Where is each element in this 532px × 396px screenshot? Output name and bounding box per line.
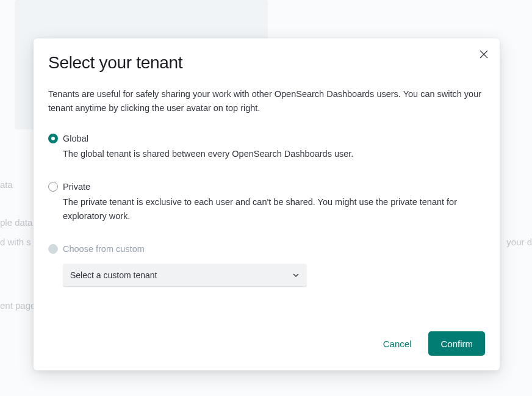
close-button[interactable] [476,47,491,62]
radio-button-global[interactable] [48,134,58,143]
radio-option-private[interactable]: Private The private tenant is exclusive … [48,181,485,223]
modal-footer: Cancel Confirm [376,331,485,356]
chevron-down-icon [292,272,300,279]
radio-content: Private The private tenant is exclusive … [63,181,485,223]
radio-label-global: Global [63,132,485,146]
tenant-modal: Select your tenant Tenants are useful fo… [34,38,500,370]
cancel-button[interactable]: Cancel [376,333,419,355]
radio-option-global[interactable]: Global The global tenant is shared betwe… [48,132,485,161]
modal-overlay: Select your tenant Tenants are useful fo… [0,0,532,396]
custom-tenant-select[interactable]: Select a custom tenant [63,264,307,287]
close-icon [480,50,488,59]
radio-label-private: Private [63,181,485,194]
radio-content: Global The global tenant is shared betwe… [63,132,485,161]
confirm-button[interactable]: Confirm [428,331,485,356]
radio-label-custom: Choose from custom [63,243,485,256]
radio-desc-private: The private tenant is exclusive to each … [63,195,485,223]
radio-button-private[interactable] [48,182,58,192]
radio-content: Choose from custom Select a custom tenan… [63,243,485,287]
radio-option-custom: Choose from custom Select a custom tenan… [48,243,485,287]
tenant-radio-group: Global The global tenant is shared betwe… [48,132,485,287]
radio-desc-global: The global tenant is shared between ever… [63,147,485,161]
radio-button-custom [48,244,58,254]
modal-title: Select your tenant [48,53,485,73]
select-placeholder: Select a custom tenant [70,270,157,280]
modal-description: Tenants are useful for safely sharing yo… [48,87,485,115]
